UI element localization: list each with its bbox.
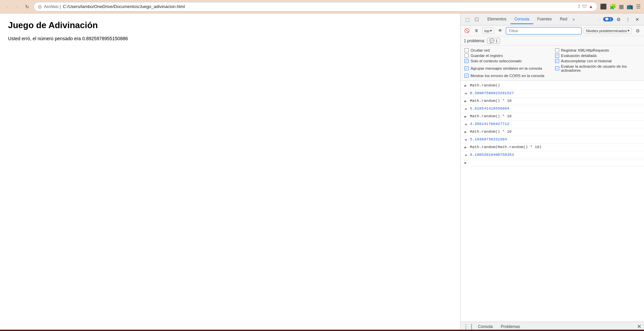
console-line[interactable]: ◀5.818541419556964 (461, 105, 644, 113)
browser-right-icons: ⬛ 🧩 ▦ 📺 ☰ (600, 3, 641, 10)
bottom-tab-consola[interactable]: Consola (475, 323, 496, 330)
back-button[interactable]: ‹ (3, 3, 11, 10)
problems-count: 1 (495, 39, 497, 43)
console-input-text: Math.random() * 10 (470, 129, 512, 134)
console-output-arrow: ◀ (465, 122, 469, 127)
puzzle-icon[interactable]: 🧩 (609, 3, 616, 10)
settings-panel: Ocultar redRegistrar XMLHttpRequestsGuar… (461, 46, 644, 81)
address-bar[interactable]: ⊙ Archivo | C:/Users/lambo/OneDrive/Docu… (34, 2, 597, 11)
problems-bar: 1 problema: 💬 1 (461, 36, 644, 46)
console-line[interactable]: ▶Math.random() * 10 (461, 113, 644, 121)
problems-msg-icon: 💬 (489, 39, 494, 43)
settings-item-right-1: Evaluación detallada (555, 54, 640, 58)
console-cursor-arrow: ▶ (465, 160, 469, 166)
filter-input[interactable] (506, 27, 582, 35)
devtools-dock-button[interactable]: ⋮ (624, 15, 632, 23)
more-tabs-button[interactable]: » (571, 16, 576, 23)
warning-icon: ▲ (589, 4, 593, 9)
notification-badge[interactable]: 💬 1 (603, 17, 613, 21)
url-text: C:/Users/lambo/OneDrive/Documentos/Juego… (63, 4, 576, 9)
console-line[interactable]: ▶ (461, 159, 644, 167)
checkbox-left-3[interactable] (465, 66, 469, 70)
console-input-arrow: ▶ (465, 83, 469, 89)
console-line[interactable]: ◀5.10368736331584 (461, 136, 644, 144)
forward-button[interactable]: › (13, 3, 21, 10)
devtools-tabs: Elementos Consola Fuentes Red » (483, 15, 576, 24)
console-line[interactable]: ▶Math.random() (461, 82, 644, 90)
settings-item-right-4 (555, 74, 640, 78)
checkbox-right-0[interactable] (555, 48, 559, 52)
eye-icon-button[interactable]: 👁 (496, 27, 504, 35)
console-input-text: Math.random() (470, 83, 500, 88)
console-line[interactable]: ◀0.39907586923291527 (461, 90, 644, 97)
sidebar-icon[interactable]: ▦ (619, 3, 624, 10)
problems-label: 1 problema: (464, 39, 485, 43)
bottom-menu-icon[interactable]: ⋮ (463, 323, 469, 330)
page-title: Juego de Adivinación (8, 20, 452, 30)
extensions-icon[interactable]: ⬛ (600, 3, 607, 10)
console-output-value: 5.818541419556964 (470, 106, 509, 111)
console-output-value: 5.10368736331584 (470, 137, 507, 142)
url-prefix: Archivo | (44, 4, 61, 9)
console-output[interactable]: ▶Math.random()◀0.39907586923291527▶Math.… (461, 81, 644, 322)
console-line[interactable]: ◀3.356241766427712 (461, 121, 644, 128)
settings-label-right-1: Evaluación detallada (561, 54, 597, 58)
console-line[interactable]: ◀0.19052010490758353 (461, 151, 644, 159)
browser-chrome: ‹ › ↻ ⊙ Archivo | C:/Users/lambo/OneDriv… (0, 0, 644, 13)
console-output-value: 0.19052010490758353 (470, 152, 514, 157)
cast-icon[interactable]: 📺 (627, 3, 633, 10)
bottom-tab-problemas[interactable]: Problemas (497, 323, 523, 330)
bottom-divider (471, 324, 472, 329)
settings-label-left-2: Solo el contexto seleccionado (471, 59, 522, 63)
settings-label-left-4: Mostrar los errores de CORS en la consol… (471, 74, 544, 78)
inspect-element-button[interactable]: ⬚ (463, 15, 471, 23)
context-selector[interactable]: top ▾ (482, 27, 494, 34)
share-icon: ⤴ (578, 4, 580, 9)
console-input-arrow: ▶ (465, 99, 469, 104)
devtools-close-button[interactable]: ✕ (633, 15, 641, 23)
console-input-text: Math.random(Math.random() * 10) (470, 144, 542, 150)
checkbox-left-0[interactable] (465, 48, 469, 52)
checkbox-right-1[interactable] (555, 54, 559, 58)
tab-elementos[interactable]: Elementos (483, 15, 511, 24)
devtools-topbar: ⬚ ☐ Elementos Consola Fuentes Red » 💬 1 … (461, 13, 644, 25)
tab-red[interactable]: Red (556, 15, 571, 24)
checkbox-left-2[interactable] (465, 59, 469, 63)
console-input-arrow: ▶ (465, 114, 469, 120)
settings-label-left-1: Guardar el registro (471, 54, 503, 58)
settings-item-right-2: Autocompletar con el historial (555, 59, 640, 63)
settings-label-right-3: Evaluar la activación de usuario de los … (561, 64, 640, 72)
problems-badge[interactable]: 💬 1 (487, 38, 500, 44)
reload-button[interactable]: ↻ (23, 3, 31, 10)
levels-label: Niveles predeterminados (586, 29, 627, 33)
console-line[interactable]: ▶Math.random() * 10 (461, 97, 644, 105)
console-line[interactable]: ▶Math.random(Math.random() * 10) (461, 144, 644, 151)
console-output-value: 0.39907586923291527 (470, 90, 514, 96)
tab-consola[interactable]: Consola (511, 15, 533, 24)
tab-fuentes[interactable]: Fuentes (533, 15, 556, 24)
console-line[interactable]: ▶Math.random() * 10 (461, 128, 644, 136)
bookmark-icon: ⊙ (38, 4, 42, 9)
checkbox-left-1[interactable] (465, 54, 469, 58)
devtools-panel: ⬚ ☐ Elementos Consola Fuentes Red » 💬 1 … (460, 13, 644, 331)
checkbox-right-2[interactable] (555, 59, 559, 63)
main-layout: Juego de Adivinación Usted erró, el núme… (0, 13, 644, 331)
devtools-toolbar: 🚫 ⏸ top ▾ 👁 Niveles predeterminados ▾ ⚙ (461, 25, 644, 36)
bottom-close-button[interactable]: ✕ (637, 324, 641, 329)
clear-console-button[interactable]: 🚫 (463, 27, 471, 35)
checkbox-left-4[interactable] (465, 74, 469, 78)
settings-item-left-4: Mostrar los errores de CORS en la consol… (465, 74, 550, 78)
levels-selector[interactable]: Niveles predeterminados ▾ (584, 27, 632, 34)
settings-item-right-3: Evaluar la activación de usuario de los … (555, 64, 640, 72)
console-settings-button[interactable]: ⚙ (634, 27, 641, 35)
checkbox-right-3[interactable] (555, 66, 559, 70)
pause-button[interactable]: ⏸ (473, 27, 480, 35)
menu-icon[interactable]: ☰ (636, 3, 641, 10)
settings-label-left-0: Ocultar red (471, 48, 490, 52)
devtools-settings-button[interactable]: ⚙ (614, 15, 623, 23)
context-label: top (484, 29, 489, 33)
console-output-arrow: ◀ (465, 153, 469, 158)
notification-count: 1 (609, 17, 611, 21)
device-toolbar-button[interactable]: ☐ (473, 15, 481, 23)
settings-item-left-1: Guardar el registro (465, 54, 550, 58)
